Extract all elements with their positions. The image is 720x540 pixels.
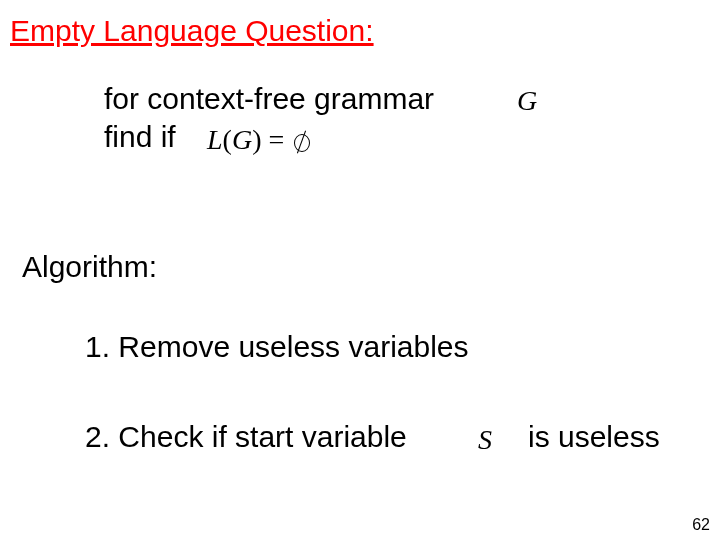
- math-symbol-S: S: [478, 424, 492, 456]
- algorithm-step-2-part-a: 2. Check if start variable: [85, 420, 407, 454]
- algorithm-step-1: 1. Remove useless variables: [85, 330, 469, 364]
- algorithm-heading: Algorithm:: [22, 250, 157, 284]
- algorithm-step-2-part-b: is useless: [528, 420, 660, 454]
- math-open-paren: (: [223, 124, 232, 155]
- context-line-1: for context-free grammar: [104, 82, 434, 116]
- math-symbol-G: G: [517, 85, 537, 117]
- math-L: L: [207, 124, 223, 155]
- slide-title: Empty Language Question:: [10, 14, 374, 48]
- slide: Empty Language Question: for context-fre…: [0, 0, 720, 540]
- title-text: Empty Language Question:: [10, 14, 374, 47]
- page-number: 62: [692, 516, 710, 534]
- emptyset-icon: [293, 131, 311, 153]
- math-equals: =: [261, 124, 291, 155]
- context-line-2: find if: [104, 120, 176, 154]
- math-expression-LG-eq-empty: L(G) =: [207, 124, 311, 156]
- math-G-inner: G: [232, 124, 252, 155]
